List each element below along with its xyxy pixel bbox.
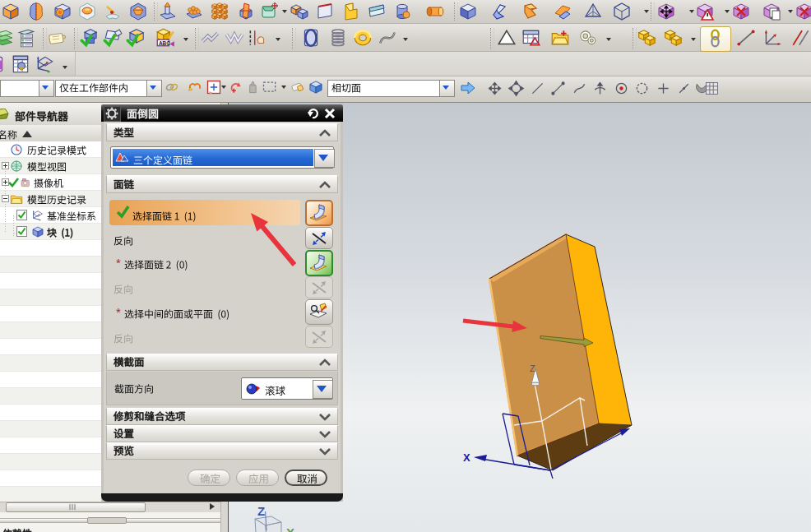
svg-text:Z: Z (257, 504, 265, 518)
svg-text:*: * (116, 257, 121, 268)
svg-text:ABC: ABC (159, 40, 170, 46)
svg-text:X: X (286, 525, 294, 532)
svg-text:Z: Z (530, 363, 535, 373)
svg-text:*: * (116, 307, 121, 317)
svg-text:X: X (463, 451, 470, 464)
